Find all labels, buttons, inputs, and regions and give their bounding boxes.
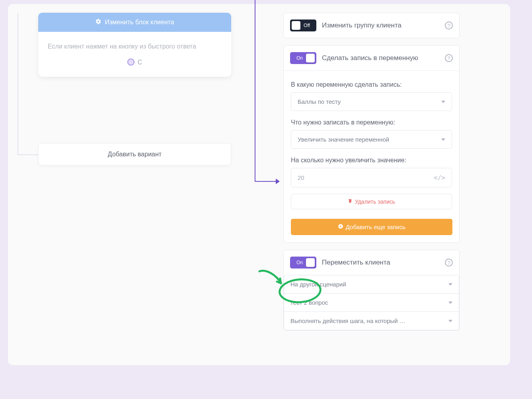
move-target-select[interactable]: На другой сценарий [284,275,459,294]
add-label: Добавить еще запись [346,224,406,230]
help-icon[interactable]: ? [445,21,453,29]
settings-panel: Off Изменить группу клиента ? On Сделать… [283,13,460,338]
flow-line [18,13,18,155]
radio-label: С [138,57,142,68]
select-value: Выполнять действия шага, на который … [290,317,405,324]
chevron-down-icon [448,283,452,286]
radio-icon [127,58,134,66]
flow-line [255,0,255,181]
edit-client-block-card[interactable]: Изменить блок клиента Если клиент нажмет… [38,13,231,77]
quick-reply-option[interactable]: С [48,57,222,68]
add-variant-button[interactable]: Добавить вариант [38,143,231,165]
gear-icon [95,18,101,26]
move-step-action-select[interactable]: Выполнять действия шага, на который … [284,312,459,330]
card-body: Если клиент нажмет на кнопку из быстрого… [38,32,231,77]
help-icon[interactable]: ? [445,259,453,267]
flow-line [255,181,278,182]
add-record-button[interactable]: Добавить еще запись [291,219,452,235]
flow-line [18,154,39,155]
which-variable-select[interactable]: Баллы по тесту [291,92,452,111]
chevron-down-icon [441,138,445,141]
toggle-knob [292,21,300,30]
move-scenario-select[interactable]: тест 2 вопрос [284,294,459,312]
which-variable-label: В какую переменную сделать запись: [291,81,452,88]
what-write-label: Что нужно записать в переменную: [291,119,452,126]
toggle-knob [306,54,315,62]
amount-input[interactable]: 20 </> [291,168,452,187]
select-value: Баллы по тесту [298,98,341,105]
change-group-toggle[interactable]: Off [290,19,316,31]
amount-label: На сколько нужно увеличить значение: [291,157,452,164]
trash-icon [348,198,353,205]
write-variable-section: On Сделать запись в переменную ? В какую… [283,45,460,243]
write-variable-toggle[interactable]: On [290,52,316,64]
select-value: На другой сценарий [290,281,346,288]
delete-record-button[interactable]: Удалить запись [291,194,452,209]
what-write-select[interactable]: Увеличить значение переменной [291,130,452,149]
chevron-down-icon [441,101,445,103]
card-title: Изменить блок клиента [105,19,174,26]
chevron-down-icon [448,302,452,304]
section-title: Переместить клиента [322,259,439,267]
toggle-off-label: Off [304,23,310,28]
toggle-knob [306,258,315,267]
flow-arrowhead-icon [276,179,280,184]
card-header[interactable]: Изменить блок клиента [38,13,231,32]
section-title: Изменить группу клиента [322,21,439,29]
plus-icon [338,224,343,230]
change-group-section: Off Изменить группу клиента ? [283,13,460,38]
select-value: тест 2 вопрос [290,299,328,306]
chevron-down-icon [448,320,452,322]
input-value: 20 [298,174,304,181]
toggle-on-label: On [296,260,303,265]
code-icon[interactable]: </> [434,174,445,181]
section-title: Сделать запись в переменную [322,54,439,62]
select-value: Увеличить значение переменной [298,136,389,143]
move-client-toggle[interactable]: On [290,257,316,269]
help-icon[interactable]: ? [445,54,453,62]
move-client-section: On Переместить клиента ? На другой сцена… [283,250,460,331]
delete-label: Удалить запись [355,199,395,205]
toggle-on-label: On [296,55,303,61]
note-text: Если клиент нажмет на кнопку из быстрого… [48,41,222,52]
